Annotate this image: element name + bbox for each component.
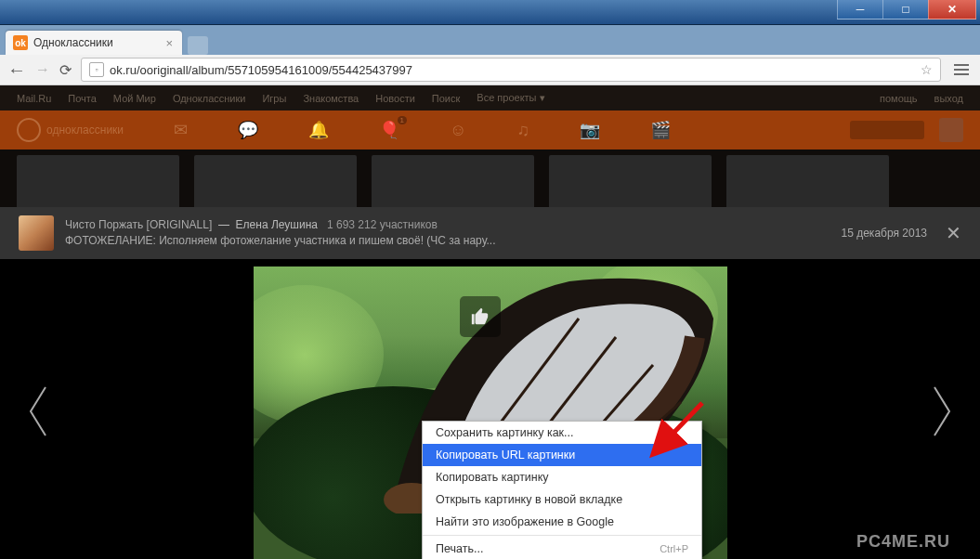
members-count: 1 693 212 участников	[327, 218, 438, 231]
guests-icon[interactable]: 🎈1	[379, 120, 399, 140]
photo-icon[interactable]: 📷	[580, 120, 600, 140]
topbar-item[interactable]: Одноклассники	[173, 93, 246, 104]
annotation-arrow	[647, 397, 712, 462]
prev-photo-button[interactable]	[0, 384, 74, 439]
mailru-topbar: Mail.Ru Почта Мой Мир Одноклассники Игры…	[0, 85, 980, 110]
tab-title: Одноклассники	[33, 36, 160, 49]
ctx-separator	[423, 535, 701, 536]
badge-count: 1	[398, 116, 407, 124]
events-icon[interactable]: ☺	[450, 121, 466, 140]
topbar-help[interactable]: помощь	[880, 93, 918, 104]
tab-close-icon[interactable]: ×	[165, 36, 173, 50]
ctx-open-image-new-tab[interactable]: Открыть картинку в новой вкладке	[423, 488, 701, 511]
thumbnail[interactable]	[372, 155, 534, 211]
nav-back-icon[interactable]: ←	[7, 59, 26, 81]
thumbnail[interactable]	[17, 155, 179, 211]
url-text: ok.ru/ooriginall/album/557105954161009/5…	[110, 63, 921, 77]
browser-toolbar: ← → ⟳ ▫ ok.ru/ooriginall/album/557105954…	[0, 55, 980, 85]
thumbnail[interactable]	[726, 155, 889, 211]
page-viewport: Mail.Ru Почта Мой Мир Одноклассники Игры…	[0, 85, 980, 559]
header-search-input[interactable]	[850, 121, 924, 139]
photo-header: Чисто Поржать [ORIGINALL] — Елена Леушин…	[0, 207, 980, 259]
topbar-logout[interactable]: выход	[934, 93, 963, 104]
ctx-label: Копировать картинку	[436, 471, 549, 484]
topbar-item[interactable]: Знакомства	[303, 93, 359, 104]
new-tab-button[interactable]	[188, 36, 208, 55]
ctx-label: Печать...	[436, 542, 483, 555]
notifications-icon[interactable]: 🔔	[308, 120, 329, 140]
window-minimize-button[interactable]: ─	[837, 0, 883, 20]
window-maximize-button[interactable]: □	[882, 0, 929, 20]
discussions-icon[interactable]: 💬	[238, 120, 258, 140]
ok-brand-text: одноклассники	[46, 124, 124, 136]
tab-strip: ok Одноклассники ×	[0, 25, 980, 55]
topbar-item[interactable]: Мой Мир	[113, 93, 156, 104]
browser-menu-icon[interactable]	[950, 60, 973, 79]
browser-tab[interactable]: ok Одноклассники ×	[6, 31, 182, 55]
topbar-item[interactable]: Mail.Ru	[17, 93, 51, 104]
profile-avatar[interactable]	[939, 118, 963, 142]
topbar-item[interactable]: Игры	[262, 93, 286, 104]
photo-date: 15 декабря 2013	[842, 227, 927, 240]
next-photo-button[interactable]	[906, 384, 980, 439]
album-title[interactable]: ФОТОЖЕЛАНИЕ: Исполняем фотожелание участ…	[65, 233, 842, 249]
page-icon: ▫	[89, 62, 104, 77]
watermark: PC4ME.RU	[856, 532, 950, 552]
browser-window: ─ □ ✕ ok Одноклассники × ← → ⟳ ▫ ok.ru/o…	[0, 0, 980, 559]
ctx-print[interactable]: Печать...Ctrl+P	[423, 538, 701, 559]
window-titlebar[interactable]: ─ □ ✕	[0, 0, 980, 25]
ctx-search-google-image[interactable]: Найти это изображение в Google	[423, 511, 701, 533]
topbar-item[interactable]: Все проекты ▾	[477, 92, 544, 104]
address-bar[interactable]: ▫ ok.ru/ooriginall/album/557105954161009…	[81, 58, 941, 82]
ctx-copy-image[interactable]: Копировать картинку	[423, 466, 701, 488]
ok-logo[interactable]: одноклассники	[17, 118, 124, 142]
bookmark-star-icon[interactable]: ☆	[921, 62, 933, 77]
video-icon[interactable]: 🎬	[650, 120, 671, 140]
reload-icon[interactable]: ⟳	[59, 61, 72, 79]
ok-favicon: ok	[13, 35, 28, 50]
messages-icon[interactable]: ✉	[174, 120, 188, 140]
topbar-item[interactable]: Почта	[68, 93, 97, 104]
ctx-label: Сохранить картинку как...	[436, 426, 574, 439]
ok-header: одноклассники ✉ 💬 🔔 🎈1 ☺ ♫ 📷 🎬	[0, 110, 980, 150]
ctx-label: Копировать URL картинки	[436, 448, 575, 462]
thumbnail[interactable]	[549, 155, 712, 211]
meta-sep: —	[218, 218, 229, 231]
photo-meta: Чисто Поржать [ORIGINALL] — Елена Леушин…	[65, 217, 842, 249]
music-icon[interactable]: ♫	[516, 121, 529, 140]
like-button[interactable]	[460, 296, 501, 337]
group-avatar[interactable]	[19, 215, 54, 251]
svg-line-1	[656, 403, 702, 451]
topbar-item[interactable]: Новости	[375, 93, 415, 104]
ok-logo-icon	[17, 118, 41, 142]
ctx-label: Открыть картинку в новой вкладке	[436, 493, 622, 506]
window-close-button[interactable]: ✕	[928, 0, 976, 20]
author-name[interactable]: Елена Леушина	[236, 218, 318, 231]
close-icon[interactable]: ✕	[946, 222, 961, 244]
ctx-label: Найти это изображение в Google	[436, 515, 614, 528]
topbar-item[interactable]: Поиск	[432, 93, 460, 104]
ctx-shortcut: Ctrl+P	[660, 543, 688, 554]
thumbnail[interactable]	[194, 155, 357, 211]
group-name[interactable]: Чисто Поржать [ORIGINALL]	[65, 218, 212, 231]
nav-forward-icon[interactable]: →	[35, 61, 50, 78]
